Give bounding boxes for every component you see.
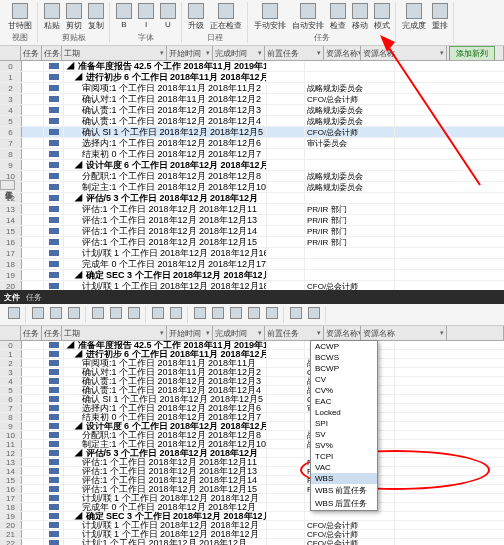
task-name-cell[interactable]: ◢ 评估/5 3 个工作日 2018年12月 2018年12月 [64, 193, 267, 203]
table-row[interactable]: 6确认 SI 1 个工作日 2018年12月 2018年12月5CFO/总会计师 [0, 395, 504, 404]
ribbon-button[interactable]: 手动安排 [252, 2, 288, 32]
table-row[interactable]: 18完成年 0 个工作日 2018年12月 2018年12月 [0, 503, 504, 512]
task-mode-cell[interactable] [44, 467, 64, 475]
predecessor-cell[interactable] [267, 386, 305, 394]
dropdown-item[interactable]: SV [311, 429, 377, 440]
table-row[interactable]: 15评估:1 个工作日 2018年12月 2018年12月14PR/IR 部门 [0, 226, 504, 237]
row-number[interactable]: 1 [0, 72, 22, 82]
task-name-cell[interactable]: ◢ 确定 SEC 3 个工作日 2018年12月 2018年12月 [64, 270, 267, 280]
dropdown-item[interactable]: VAC [311, 462, 377, 473]
table-row[interactable]: 9◢ 设计年度 6 个工作日 2018年12月 2018年12月 [0, 422, 504, 431]
predecessor-cell[interactable] [267, 215, 305, 225]
row-number[interactable]: 14 [0, 215, 22, 225]
predecessor-cell[interactable] [267, 494, 305, 502]
predecessor-cell[interactable] [267, 138, 305, 148]
row-number[interactable]: 14 [0, 467, 22, 475]
ribbon-button[interactable]: 粘贴 [42, 2, 62, 32]
predecessor-cell[interactable] [267, 539, 305, 545]
row-number[interactable]: 5 [0, 116, 22, 126]
predecessor-cell[interactable] [267, 171, 305, 181]
table-row[interactable]: 4确认责:1 个工作日 2018年12月 2018年12月3战略规划委员会 [0, 377, 504, 386]
predecessor-cell[interactable] [267, 182, 305, 192]
task-mode-cell[interactable] [44, 485, 64, 493]
task-mode-cell[interactable] [44, 259, 64, 269]
task-name-cell[interactable]: 选择内:1 个工作日 2018年12月 2018年12月6 [64, 138, 267, 148]
task-name-cell[interactable]: 评估:1 个工作日 2018年12月 2018年12月14 [64, 226, 267, 236]
predecessor-cell[interactable] [267, 61, 305, 71]
table-row[interactable]: 5确认责:1 个工作日 2018年12月 2018年12月4战略规划委员会 [0, 386, 504, 395]
task-mode-cell[interactable] [44, 539, 64, 545]
column-header[interactable] [0, 46, 21, 60]
task-name-cell[interactable]: 计划:1 个工作日 2018年12月 2018年12月 [64, 539, 267, 545]
task-name-cell[interactable]: ◢ 评估/5 3 个工作日 2018年12月 2018年12月 [64, 449, 267, 457]
task-name-cell[interactable]: 计划/联 1 个工作日 2018年12月 2018年12月 [64, 521, 267, 529]
predecessor-cell[interactable] [267, 476, 305, 484]
row-number[interactable]: 16 [0, 237, 22, 247]
predecessor-cell[interactable] [267, 83, 305, 93]
dropdown-item[interactable]: BCWP [311, 363, 377, 374]
table-row[interactable]: 14评估:1 个工作日 2018年12月 2018年12月13PR/IR 部门 [0, 215, 504, 226]
ribbon-button[interactable]: 复制 [86, 2, 106, 32]
ribbon-button[interactable]: 模式 [372, 2, 392, 32]
row-number[interactable]: 6 [0, 395, 22, 403]
table-row[interactable]: 22计划:1 个工作日 2018年12月 2018年12月CFO/总会计师 [0, 539, 504, 545]
predecessor-cell[interactable] [267, 404, 305, 412]
ribbon-button[interactable]: 正在检查 [208, 2, 244, 32]
filter-icon[interactable]: ▾ [160, 49, 164, 57]
table-row[interactable]: 8结束初 0 个工作日 2018年12月 2018年12月7 [0, 413, 504, 422]
filter-icon[interactable]: ▾ [258, 329, 262, 337]
ribbon-button[interactable]: 检查 [328, 2, 348, 32]
table-row[interactable]: 10分配职:1 个工作日 2018年12月 2018年12月8战略规划委员会 [0, 431, 504, 440]
ribbon-button[interactable]: 重排 [430, 2, 450, 32]
table-row[interactable]: 2审阅项:1 个工作日 2018年11月 2018年11月战略规划委员会 [0, 359, 504, 368]
ribbon-button[interactable] [108, 306, 124, 321]
row-number[interactable]: 19 [0, 270, 22, 280]
ribbon-button[interactable] [48, 306, 64, 321]
row-number[interactable]: 13 [0, 204, 22, 214]
task-mode-cell[interactable] [44, 341, 64, 349]
row-number[interactable]: 10 [0, 431, 22, 439]
ribbon-button[interactable]: 升级 [186, 2, 206, 32]
ribbon-button[interactable]: I [136, 2, 156, 30]
column-header[interactable]: 完成时间▾ [213, 326, 266, 340]
predecessor-cell[interactable] [267, 368, 305, 376]
predecessor-cell[interactable] [267, 127, 305, 137]
ribbon-button[interactable] [66, 306, 82, 321]
task-mode-cell[interactable] [44, 431, 64, 439]
task-name-cell[interactable]: 评估:1 个工作日 2018年12月 2018年12月15 [64, 485, 267, 493]
column-header[interactable]: 任务名称▾ [42, 326, 61, 340]
task-mode-cell[interactable] [44, 440, 64, 448]
task-mode-cell[interactable] [44, 413, 64, 421]
task-mode-cell[interactable] [44, 377, 64, 385]
ribbon-button[interactable] [6, 306, 22, 321]
task-mode-cell[interactable] [44, 83, 64, 93]
task-name-cell[interactable]: 分配职:1 个工作日 2018年12月 2018年12月8 [64, 171, 267, 181]
task-name-cell[interactable]: 确认 SI 1 个工作日 2018年12月 2018年12月5 [64, 395, 267, 403]
ribbon-button[interactable] [150, 306, 166, 321]
resource-cell[interactable]: CFO/总会计师 [305, 539, 395, 545]
task-mode-cell[interactable] [44, 138, 64, 148]
resource-cell[interactable] [305, 259, 395, 269]
task-name-cell[interactable]: 评估:1 个工作日 2018年12月 2018年12月13 [64, 467, 267, 475]
filter-icon[interactable]: ▾ [206, 49, 210, 57]
predecessor-cell[interactable] [267, 72, 305, 82]
task-mode-cell[interactable] [44, 494, 64, 502]
ribbon-button[interactable] [126, 306, 142, 321]
ribbon-button[interactable]: 剪切 [64, 2, 84, 32]
ribbon-button[interactable]: U [158, 2, 178, 30]
column-header[interactable]: 前置任务▾ [265, 46, 324, 60]
row-number[interactable]: 2 [0, 359, 22, 367]
task-mode-cell[interactable] [44, 386, 64, 394]
resource-cell[interactable]: PR/IR 部门 [305, 215, 395, 225]
filter-icon[interactable]: ▾ [160, 329, 164, 337]
task-mode-cell[interactable] [44, 94, 64, 104]
row-number[interactable]: 2 [0, 83, 22, 93]
dropdown-item[interactable]: EAC [311, 396, 377, 407]
resource-cell[interactable] [305, 270, 395, 280]
task-name-cell[interactable]: 选择内:1 个工作日 2018年12月 2018年12月6 [64, 404, 267, 412]
dropdown-item[interactable]: BCWS [311, 352, 377, 363]
predecessor-cell[interactable] [267, 440, 305, 448]
predecessor-cell[interactable] [267, 116, 305, 126]
table-row[interactable]: 20计划/联 1 个工作日 2018年12月 2018年12月CFO/总会计师 [0, 521, 504, 530]
tab-task[interactable]: 任务 [26, 292, 42, 303]
